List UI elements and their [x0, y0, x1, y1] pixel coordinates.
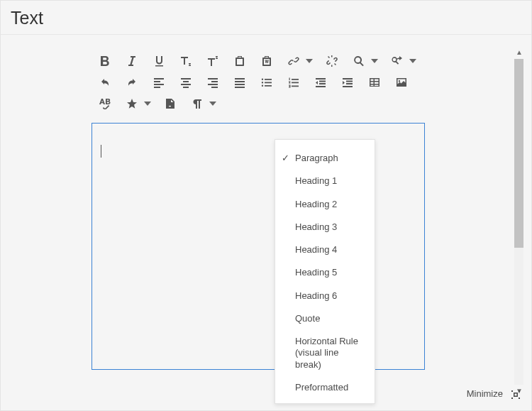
format-option-heading6[interactable]: Heading 6	[275, 285, 375, 307]
minimize-button[interactable]: Minimize	[467, 388, 503, 399]
rte-toolbar	[92, 50, 425, 114]
source-edit-icon[interactable]	[157, 93, 184, 114]
text-caret	[101, 145, 101, 158]
bullet-list-icon[interactable]	[253, 72, 280, 93]
italic-icon[interactable]	[118, 50, 145, 72]
dialog-header: Text	[1, 1, 531, 35]
redo-icon[interactable]	[118, 72, 145, 93]
format-option-hr[interactable]: Horizontal Rule (vis­ual line break)	[275, 330, 375, 376]
scroll-up-icon[interactable]: ▲	[513, 48, 526, 57]
dialog-body: Paragraph Heading 1 Heading 2 Heading 3 …	[1, 38, 531, 410]
outdent-icon[interactable]	[307, 72, 334, 93]
paste-icon[interactable]	[226, 50, 253, 72]
format-option-heading3[interactable]: Heading 3	[275, 216, 375, 239]
format-option-heading4[interactable]: Heading 4	[275, 239, 375, 261]
align-right-icon[interactable]	[199, 72, 226, 93]
fullscreen-exit-icon[interactable]	[510, 389, 521, 400]
format-option-quote[interactable]: Quote	[275, 307, 375, 330]
spellcheck-icon[interactable]	[92, 93, 118, 114]
find-icon[interactable]	[345, 50, 372, 72]
format-option-preformatted[interactable]: Preformatted	[275, 376, 375, 399]
align-left-icon[interactable]	[145, 72, 172, 93]
subscript-icon[interactable]	[172, 50, 199, 72]
paste-word-icon[interactable]	[253, 50, 280, 72]
format-option-heading2[interactable]: Heading 2	[275, 193, 375, 216]
indent-icon[interactable]	[334, 72, 361, 93]
align-center-icon[interactable]	[172, 72, 199, 93]
replace-icon[interactable]	[384, 50, 411, 72]
numbered-list-icon[interactable]	[280, 72, 307, 93]
vertical-scrollbar[interactable]: ▲ ▼	[513, 48, 526, 396]
superscript-icon[interactable]	[199, 50, 226, 72]
image-icon[interactable]	[388, 72, 415, 93]
bold-icon[interactable]	[92, 50, 118, 72]
underline-icon[interactable]	[145, 50, 172, 72]
paragraph-format-icon[interactable]	[184, 93, 211, 114]
format-option-heading1[interactable]: Heading 1	[275, 170, 375, 192]
align-justify-icon[interactable]	[226, 72, 253, 93]
format-option-heading5[interactable]: Heading 5	[275, 261, 375, 284]
scroll-thumb[interactable]	[514, 59, 523, 248]
paragraph-format-menu: Paragraph Heading 1 Heading 2 Heading 3 …	[275, 139, 375, 404]
table-icon[interactable]	[361, 72, 388, 93]
link-icon[interactable]	[280, 50, 307, 72]
dialog-title: Text	[11, 8, 521, 28]
scroll-track[interactable]	[514, 59, 523, 385]
undo-icon[interactable]	[92, 72, 118, 93]
format-option-paragraph[interactable]: Paragraph	[275, 147, 375, 170]
special-char-icon[interactable]	[118, 93, 145, 114]
unlink-icon[interactable]	[318, 50, 345, 72]
